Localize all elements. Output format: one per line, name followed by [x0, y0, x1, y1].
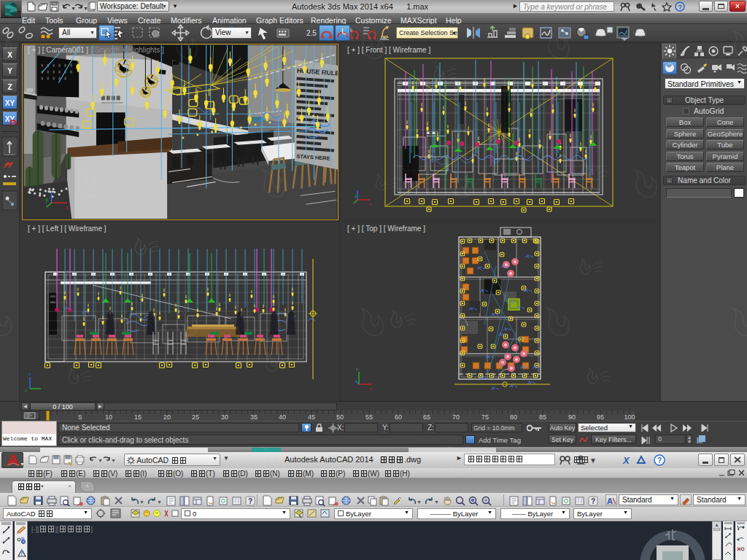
svg-text:▼: ▼	[589, 456, 597, 464]
svg-text:■□■□: ■□■□	[427, 130, 438, 135]
svg-text:85: 85	[539, 413, 546, 421]
svg-text:x: x	[369, 202, 371, 206]
svg-text:5: 5	[78, 413, 82, 421]
svg-text:15: 15	[134, 413, 142, 421]
svg-text:y: y	[46, 197, 49, 203]
svg-text:75: 75	[481, 413, 489, 421]
svg-text:60: 60	[395, 413, 402, 421]
svg-text:95: 95	[597, 413, 604, 421]
svg-text:45: 45	[308, 413, 315, 421]
svg-text:?: ?	[248, 497, 252, 505]
svg-text:y: y	[356, 367, 358, 371]
svg-text:▼: ▼	[417, 499, 422, 505]
svg-text:30: 30	[221, 413, 228, 421]
svg-text:▼: ▼	[83, 6, 88, 11]
svg-text:2.5: 2.5	[306, 29, 317, 37]
svg-text:▼: ▼	[20, 462, 23, 467]
svg-text:▼: ▼	[98, 458, 103, 463]
svg-text:70: 70	[452, 413, 460, 421]
svg-text:ABC: ABC	[380, 36, 390, 41]
svg-text:x: x	[66, 205, 69, 210]
svg-text:?: ?	[678, 4, 683, 11]
svg-text:80: 80	[510, 413, 517, 421]
svg-text:▼: ▼	[434, 499, 439, 505]
svg-text:x: x	[370, 386, 372, 391]
svg-text:35: 35	[250, 413, 258, 421]
svg-text:40: 40	[279, 413, 286, 421]
svg-text:90: 90	[568, 413, 576, 421]
svg-text:?: ?	[591, 497, 595, 505]
svg-text:▼: ▼	[157, 499, 162, 505]
svg-text:10: 10	[105, 413, 112, 421]
svg-text:X: X	[622, 455, 630, 466]
svg-text:50: 50	[336, 413, 344, 421]
svg-text:z: z	[355, 194, 357, 198]
svg-text:?: ?	[657, 456, 662, 464]
svg-text:55: 55	[365, 413, 373, 421]
svg-text:100: 100	[624, 413, 635, 421]
svg-text:20: 20	[163, 413, 171, 421]
svg-text:25: 25	[192, 413, 199, 421]
svg-text:y: y	[25, 388, 27, 392]
svg-text:A: A	[607, 497, 613, 505]
svg-text:▼: ▼	[111, 458, 116, 463]
svg-text:▼: ▼	[139, 499, 144, 505]
svg-text:z: z	[28, 372, 31, 376]
svg-text:65: 65	[423, 413, 430, 421]
svg-text:▼: ▼	[71, 6, 76, 11]
